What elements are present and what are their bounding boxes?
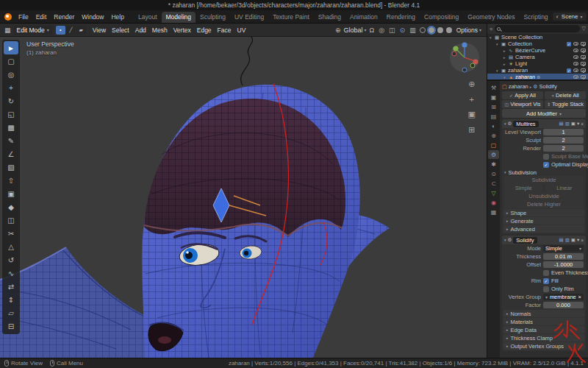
collapsed-section[interactable]: ▸ Thickness Clamp [503,334,584,342]
expand-arrow-icon[interactable]: ▸ [503,49,509,53]
wireframe-shading-icon[interactable] [420,27,426,33]
offset-field[interactable]: -1.0000 [543,261,584,268]
gizmos-icon[interactable]: ▥ [408,26,417,34]
transform-tool[interactable]: ▩ [4,121,18,134]
realtime-toggle-icon[interactable]: ▥ [565,237,570,243]
collapsed-section[interactable]: ▸ Output Vertex Groups [503,342,584,350]
workspace-tab[interactable]: Texture Paint [268,12,314,23]
modifiers-tab[interactable]: ⚙ [488,150,499,159]
orientation-icon[interactable]: ⊕ [334,26,343,34]
select-box-tool[interactable]: ▢ [4,54,18,68]
bevel-tool[interactable]: ◆ [4,200,18,213]
edge-select-icon[interactable]: ╱ [66,26,76,35]
proportional-edit-icon[interactable]: ◎ [377,26,386,34]
outliner-row[interactable]: ▸ ∿ BézierCurve [487,47,588,54]
menu-item[interactable]: View [90,26,109,34]
hide-viewport-icon[interactable] [573,55,578,59]
breadcrumb-item[interactable]: Solidify [539,83,557,90]
collapsed-section[interactable]: ▸ Advanced [503,225,584,233]
expand-arrow-icon[interactable]: ▾ [504,238,506,242]
disable-render-icon[interactable] [581,62,586,66]
orientation-label[interactable]: Global [343,26,362,34]
menu-item[interactable]: Vertex [171,26,194,34]
sculpt-field[interactable]: 2 [543,137,584,144]
shrink-fatten-tool[interactable]: ⇕ [4,293,18,306]
menu-item[interactable]: Add [132,26,149,34]
hide-viewport-icon[interactable] [573,68,578,72]
disable-render-icon[interactable] [581,49,586,52]
hide-viewport-icon[interactable] [573,75,578,79]
menu-item[interactable]: File [15,13,32,21]
collapsed-section[interactable]: ▸ Generate [503,217,584,224]
render-tab[interactable]: ▣ [488,93,499,102]
loop-cut-tool[interactable]: ◫ [4,213,18,227]
outliner-row[interactable]: ▸ ☀ Light [487,60,588,67]
render-field[interactable]: 2 [543,145,584,152]
rim-fill-checkbox[interactable] [543,278,549,284]
data-tab[interactable]: ▽ [488,188,499,197]
subdivision-section-header[interactable]: ▾ Subdivision [502,169,586,176]
edit-mode-toggle-icon[interactable]: ▤ [559,121,563,127]
solidify-header[interactable]: ▾ ⚙ Solidify ▤ ▥ ▣ ▾ × [502,236,586,244]
poly-build-tool[interactable]: △ [4,240,18,253]
unsubdivide-button[interactable]: Unsubdivide [504,192,584,200]
subdivide-simple-button[interactable]: Simple [504,184,543,192]
world-tab[interactable]: ⊕ [488,131,499,140]
output-tab[interactable]: ⊞ [488,102,499,111]
mode-dropdown[interactable]: Edit Mode ▾ [14,26,52,35]
editor-type-icon[interactable]: ▦ [3,26,12,34]
mode-dropdown[interactable]: Simple ▾ [543,245,584,252]
expand-arrow-icon[interactable]: ▾ [496,42,501,46]
render-toggle-icon[interactable]: ▣ [571,121,576,127]
workspace-tab[interactable]: Scripting [520,12,553,23]
optimal-display-checkbox[interactable] [543,162,549,168]
menu-item[interactable]: Edge [194,26,215,34]
pan-icon[interactable]: + [468,95,476,104]
subdivide-linear-button[interactable]: Linear [545,184,584,192]
menu-item[interactable]: Select [109,26,132,34]
move-tool[interactable]: + [4,81,18,94]
viewport-vis-button[interactable]: ◫Viewport Vis [502,100,543,108]
xray-icon[interactable]: ◫ [387,26,397,34]
expand-arrow-icon[interactable]: ▾ [503,75,509,79]
material-shading-icon[interactable] [437,27,443,33]
exclude-checkbox[interactable] [567,42,571,46]
menu-item[interactable]: Window [78,13,107,21]
disable-render-icon[interactable] [581,55,586,59]
disable-render-icon[interactable] [581,68,586,72]
viewport-canvas[interactable]: User Perspective (1) zaharan ►▢◎+↻◱▩✎∠▧⇧… [0,37,487,358]
menu-item[interactable]: Render [50,13,78,21]
sculpt-base-mesh-checkbox[interactable] [543,154,549,160]
vertex-group-field[interactable]: ▾ membrane × [543,294,584,300]
exclude-checkbox[interactable] [567,68,571,73]
workspace-tab[interactable]: Animation [345,12,382,23]
cursor-tool[interactable]: ◎ [4,68,18,81]
delete-all-button[interactable]: ×Delete All [545,91,586,99]
outliner-row[interactable]: ▾ ▲ zaharan ⚙ [487,74,588,80]
add-modifier-button[interactable]: Add Modifier ▾ [502,109,586,118]
filter-icon[interactable]: ▽ [582,26,586,32]
tool-tab[interactable]: ⚒ [488,83,499,92]
workspace-tab[interactable]: Sculpting [196,12,230,23]
annotate-tool[interactable]: ✎ [4,134,18,147]
menu-item[interactable]: Mesh [149,26,171,34]
menu-item[interactable]: Face [215,26,234,34]
camera-view-icon[interactable]: ▣ [468,110,476,119]
smooth-tool[interactable]: ∿ [4,266,18,280]
breadcrumb-object[interactable]: zaharan [509,83,528,90]
thickness-field[interactable]: 0.01 m [543,253,584,260]
hide-viewport-icon[interactable] [573,62,578,66]
snap-magnet-icon[interactable]: Ω [368,26,376,34]
close-icon[interactable]: × [581,121,584,127]
measure-tool[interactable]: ∠ [4,147,18,160]
rotate-tool[interactable]: ↻ [4,94,18,107]
scale-tool[interactable]: ◱ [4,107,18,121]
hide-viewport-icon[interactable] [573,49,578,52]
collapsed-section[interactable]: ▸ Materials [503,318,584,325]
tweak-tool[interactable]: ► [4,41,18,54]
add-cube-tool[interactable]: ▧ [4,160,18,174]
delete-higher-button[interactable]: Delete Higher [504,200,584,208]
workspace-tab[interactable]: UV Editing [230,12,268,23]
apply-all-button[interactable]: ✓Apply All [502,91,543,99]
render-toggle-icon[interactable]: ▣ [571,237,576,243]
